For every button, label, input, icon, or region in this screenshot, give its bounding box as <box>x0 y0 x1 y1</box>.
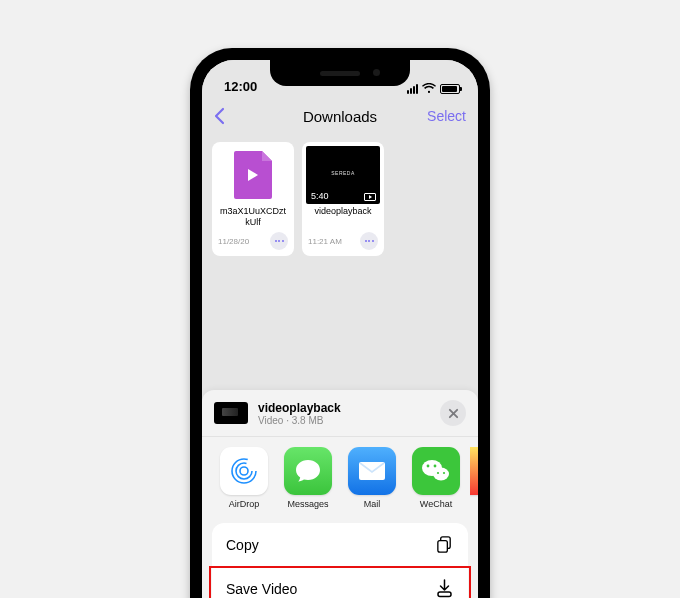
app-label: WeChat <box>420 499 452 509</box>
video-badge-icon <box>364 193 376 201</box>
wifi-icon <box>422 83 436 94</box>
action-save-video[interactable]: Save Video <box>212 567 468 598</box>
file-name: m3aX1UuXCDztkUlf <box>216 206 290 228</box>
svg-point-9 <box>443 472 445 474</box>
file-item[interactable]: SEREDA 5:40 videoplayback 11:21 AM <box>302 142 384 256</box>
nav-bar: Downloads Select <box>202 96 478 136</box>
video-thumbnail: SEREDA 5:40 <box>306 146 380 204</box>
airdrop-icon <box>220 447 268 495</box>
file-date: 11/28/20 <box>218 237 249 246</box>
close-button[interactable] <box>440 400 466 426</box>
share-app-messages[interactable]: Messages <box>278 447 338 509</box>
wechat-icon <box>412 447 460 495</box>
partial-app-icon <box>470 447 478 495</box>
phone-frame: 12:00 Downloads Select m3aX1UuXCDztkUlf <box>190 48 490 598</box>
share-apps-row: AirDrop Messages Mail <box>202 437 478 517</box>
signal-icon <box>407 84 418 94</box>
app-label: Mail <box>364 499 381 509</box>
share-app-wechat[interactable]: WeChat <box>406 447 466 509</box>
share-app-more[interactable] <box>470 447 478 509</box>
file-name: videoplayback <box>306 206 380 228</box>
actions-list: Copy Save Video Copy to Documents D <box>212 523 468 598</box>
svg-point-0 <box>240 467 248 475</box>
document-icon <box>234 151 272 199</box>
share-app-mail[interactable]: Mail <box>342 447 402 509</box>
copy-icon <box>434 535 454 555</box>
svg-point-8 <box>437 472 439 474</box>
phone-screen: 12:00 Downloads Select m3aX1UuXCDztkUlf <box>202 60 478 598</box>
svg-rect-11 <box>437 541 447 552</box>
svg-point-6 <box>427 465 430 468</box>
more-button[interactable] <box>270 232 288 250</box>
messages-icon <box>284 447 332 495</box>
select-button[interactable]: Select <box>427 108 466 124</box>
share-app-airdrop[interactable]: AirDrop <box>214 447 274 509</box>
video-duration: 5:40 <box>311 191 329 201</box>
app-label: Messages <box>287 499 328 509</box>
sheet-file-name: videoplayback <box>258 401 440 415</box>
svg-point-7 <box>434 465 437 468</box>
action-label: Copy <box>226 537 259 553</box>
sheet-thumbnail <box>214 402 248 424</box>
svg-rect-12 <box>438 592 451 597</box>
share-sheet: videoplayback Video · 3.8 MB AirDrop <box>202 390 478 598</box>
file-item[interactable]: m3aX1UuXCDztkUlf 11/28/20 <box>212 142 294 256</box>
app-label: AirDrop <box>229 499 260 509</box>
notch <box>270 60 410 86</box>
mail-icon <box>348 447 396 495</box>
more-button[interactable] <box>360 232 378 250</box>
download-icon <box>434 579 454 599</box>
battery-icon <box>440 84 460 94</box>
sheet-file-meta: Video · 3.8 MB <box>258 415 440 426</box>
file-date: 11:21 AM <box>308 237 342 246</box>
sheet-header: videoplayback Video · 3.8 MB <box>202 390 478 437</box>
action-copy[interactable]: Copy <box>212 523 468 567</box>
status-time: 12:00 <box>224 79 257 94</box>
files-grid: m3aX1UuXCDztkUlf 11/28/20 SEREDA 5:40 vi… <box>202 136 478 262</box>
action-label: Save Video <box>226 581 297 597</box>
svg-point-1 <box>236 463 252 479</box>
back-button[interactable] <box>214 107 238 125</box>
svg-point-5 <box>433 468 449 481</box>
